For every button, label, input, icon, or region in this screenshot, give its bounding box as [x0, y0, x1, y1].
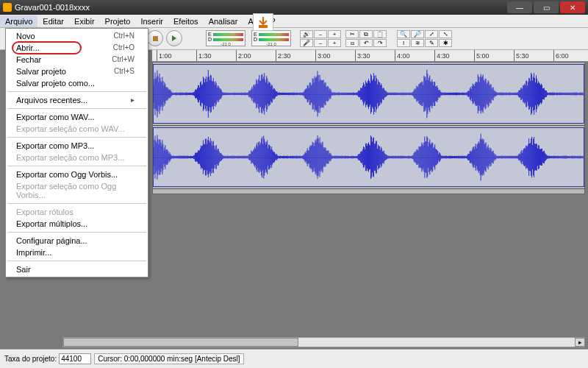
app-icon: [3, 3, 12, 12]
menu-separator: [7, 166, 146, 166]
menu-item-imprimir[interactable]: Imprimir...: [6, 247, 148, 258]
menu-arquivo[interactable]: Arquivo: [0, 15, 37, 27]
mic-icon[interactable]: 🎤: [300, 39, 313, 47]
menu-item-exportar-sele-o-como-wav: Exportar seleção como WAV...: [6, 123, 148, 135]
speaker-icon[interactable]: 🔊: [300, 30, 313, 38]
selection-tool-icon[interactable]: I: [397, 39, 410, 47]
maximize-button[interactable]: ▭: [534, 1, 559, 13]
timeline-tick: 2:30: [276, 50, 291, 62]
timeline-tick: 1:30: [196, 50, 212, 62]
menu-item-salvar-projeto[interactable]: Salvar projetoCtrl+S: [6, 66, 148, 77]
download-arrow-icon[interactable]: [253, 13, 273, 31]
timeline-tick: 3:00: [315, 50, 331, 62]
timeline-tick: 5:00: [474, 50, 490, 62]
menu-projeto[interactable]: Projeto: [100, 15, 136, 27]
menu-item-exportar-sele-o-como-ogg-vorbis: Exportar seleção como Ogg Vorbis...: [6, 180, 148, 201]
zoom-out-icon[interactable]: 🔎: [411, 30, 424, 38]
cursor-position: Cursor: 0:00,000000 min:seg [Antecip Des…: [94, 353, 243, 364]
menu-separator: [7, 232, 146, 233]
timeline-tick: 5:30: [514, 50, 529, 62]
draw-tool-icon[interactable]: ✎: [425, 39, 438, 47]
undo-icon[interactable]: ↶: [359, 39, 373, 47]
track-area: [152, 62, 585, 194]
menu-item-exportar-como-mp[interactable]: Exportar como MP3...: [6, 140, 148, 152]
edit-tools: ✂⧉📋 ⧈↶↷: [345, 30, 387, 47]
close-button[interactable]: ✕: [560, 1, 585, 13]
cut-icon[interactable]: ✂: [345, 30, 359, 38]
menu-separator: [7, 137, 146, 138]
menu-bar: ArquivoEditarExibirProjetoInserirEfeitos…: [0, 15, 588, 28]
menu-exibir[interactable]: Exibir: [69, 15, 100, 27]
zoom-in-icon[interactable]: 🔍: [397, 30, 410, 38]
envelope-tool-icon[interactable]: ≋: [411, 39, 424, 47]
menu-item-novo[interactable]: NovoCtrl+N: [6, 30, 148, 42]
volume-tools: 🔊–+ 🎤–+: [300, 30, 341, 47]
timeline-tick: 3:30: [355, 50, 370, 62]
scroll-right-arrow[interactable]: ▸: [575, 338, 585, 347]
trim-icon[interactable]: ⧈: [345, 39, 359, 47]
menu-item-fechar[interactable]: FecharCtrl+W: [6, 54, 148, 66]
paste-icon[interactable]: 📋: [373, 30, 387, 38]
menu-item-exportar-como-wav[interactable]: Exportar como WAV...: [6, 111, 148, 123]
menu-editar[interactable]: Editar: [37, 15, 69, 27]
timeline-tick: 6:00: [553, 50, 569, 62]
timeline-tick: 1:00: [157, 50, 172, 62]
menu-separator: [7, 203, 146, 204]
menu-analisar[interactable]: Analisar: [204, 15, 243, 27]
scroll-thumb[interactable]: [63, 338, 298, 347]
transport-controls: [147, 30, 182, 46]
output-meter: E D -21 0: [206, 30, 245, 46]
menu-item-configurar-p-gina[interactable]: Configurar página...: [6, 235, 148, 247]
status-bar: Taxa do projeto: Cursor: 0:00,000000 min…: [0, 349, 588, 368]
minimize-button[interactable]: —: [507, 1, 532, 13]
zoom-tools: 🔍🔎⤢⤡ I≋✎✱: [397, 30, 452, 47]
project-rate-input[interactable]: [59, 353, 91, 364]
timeline-tick: 2:00: [236, 50, 251, 62]
menu-item-sair[interactable]: Sair: [6, 263, 148, 275]
menu-separator: [7, 108, 146, 109]
menu-item-exportar-sele-o-como-mp: Exportar seleção como MP3...: [6, 152, 148, 163]
menu-item-exportar-como-ogg-vorbis[interactable]: Exportar como Ogg Vorbis...: [6, 169, 148, 180]
title-bar: Gravar001-0018xxxx — ▭ ✕: [0, 0, 588, 15]
audio-track-right[interactable]: [153, 126, 584, 189]
timeline-tick: 4:00: [395, 50, 410, 62]
menu-item-salvar-projeto-como[interactable]: Salvar projeto como...: [6, 77, 148, 89]
copy-icon[interactable]: ⧉: [359, 30, 373, 38]
multi-tool-icon[interactable]: ✱: [439, 39, 452, 47]
menu-item-exportar-m-ltiplos[interactable]: Exportar múltiplos...: [6, 218, 148, 230]
menu-separator: [7, 261, 146, 261]
timeline-ruler[interactable]: 1:001:302:002:303:003:304:004:305:005:30…: [152, 50, 588, 62]
redo-icon[interactable]: ↷: [373, 39, 387, 47]
menu-item-abrir[interactable]: Abrir...Ctrl+O: [6, 42, 148, 54]
menu-item-arquivos-recentes[interactable]: Arquivos recentes...▸: [6, 94, 148, 106]
horizontal-scrollbar[interactable]: ◂ ▸: [62, 337, 585, 347]
file-menu-dropdown: NovoCtrl+NAbrir...Ctrl+OFecharCtrl+WSalv…: [5, 28, 148, 277]
menu-item-exportar-r-tulos: Exportar rótulos: [6, 206, 148, 218]
menu-separator: [7, 91, 146, 92]
window-title: Gravar001-0018xxxx: [15, 3, 90, 12]
timeline-tick: 4:30: [434, 50, 450, 62]
input-meter: E D -21 0: [251, 30, 291, 46]
menu-inserir[interactable]: Inserir: [135, 15, 168, 27]
project-rate-label: Taxa do projeto:: [4, 355, 57, 363]
stop-button[interactable]: [147, 30, 163, 46]
play-button[interactable]: [166, 30, 182, 46]
menu-efeitos[interactable]: Efeitos: [168, 15, 204, 27]
audio-track-left[interactable]: [153, 63, 584, 126]
